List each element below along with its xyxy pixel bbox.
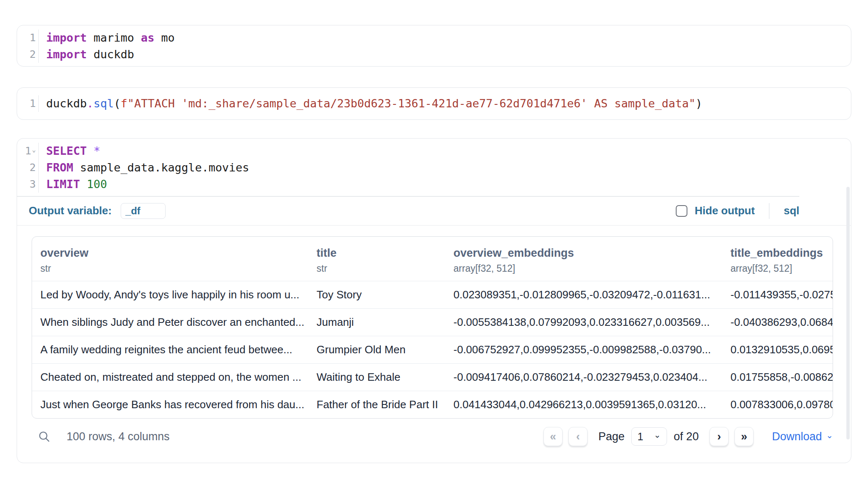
cell-title-embeddings: -0.040386293,0.068451 — [722, 316, 833, 329]
cell-overview-embeddings: 0.023089351,-0.012809965,-0.03209472,-0.… — [445, 288, 722, 301]
footer-summary: 100 rows, 4 columns — [32, 430, 170, 443]
code-line: LIMIT 100 — [46, 176, 851, 193]
cell-title: Jumanji — [308, 316, 445, 329]
dataframe-table: overview str title str overview_embeddin… — [32, 236, 833, 419]
cell-title: Waiting to Exhale — [308, 371, 445, 384]
code-editor[interactable]: 1 2 import marimo as mo import duckdb — [17, 25, 851, 66]
column-header-overview[interactable]: overview str — [32, 247, 308, 274]
code-token: ( — [114, 97, 121, 110]
code-line: duckdb.sql(f"ATTACH 'md:_share/sample_da… — [46, 95, 851, 112]
column-name: title_embeddings — [730, 247, 824, 260]
last-page-button[interactable]: » — [734, 427, 754, 446]
download-label: Download — [772, 430, 822, 443]
line-number-gutter: 1 2 — [17, 30, 39, 63]
cell-overview-embeddings: -0.006752927,0.099952355,-0.009982588,-0… — [445, 343, 722, 356]
page-label: Page — [598, 430, 625, 443]
table-row[interactable]: A family wedding reignites the ancient f… — [32, 336, 833, 363]
cell-overview: Just when George Banks has recovered fro… — [32, 398, 308, 411]
column-name: title — [317, 247, 437, 260]
cell-overview-embeddings: -0.0055384138,0.07992093,0.023316627,0.0… — [445, 316, 722, 329]
chevron-down-icon: ⌄ — [654, 430, 661, 440]
code-editor[interactable]: 1 duckdb.sql(f"ATTACH 'md:_share/sample_… — [17, 88, 851, 119]
keyword-token: LIMIT — [46, 178, 80, 191]
column-name: overview — [40, 247, 300, 260]
notebook-cell-imports: 1 2 import marimo as mo import duckdb — [17, 25, 851, 67]
cell-title: Toy Story — [308, 288, 445, 301]
fold-chevron-icon[interactable]: ⌄ — [32, 141, 36, 158]
cell-title: Father of the Bride Part II — [308, 398, 445, 411]
code-token — [87, 144, 94, 157]
code-content: SELECT * FROM sample_data.kaggle.movies … — [39, 143, 851, 193]
previous-page-button[interactable]: ‹ — [568, 427, 588, 446]
pagination-controls: « ‹ Page 1 ⌄ of 20 › » Download ⌄ — [538, 427, 833, 446]
line-number-gutter: 1⌄ 2 3 — [17, 143, 39, 193]
line-number-gutter: 1 — [17, 95, 39, 112]
line-number: 1 — [25, 143, 31, 159]
notebook-cell-sql: 1⌄ 2 3 SELECT * FROM sample_data.kaggle.… — [17, 138, 851, 463]
column-type: str — [317, 263, 437, 274]
line-number: 2 — [30, 159, 36, 176]
vertical-scrollbar[interactable] — [846, 187, 850, 439]
line-number: 3 — [30, 176, 36, 193]
table-row[interactable]: When siblings Judy and Peter discover an… — [32, 308, 833, 336]
language-badge[interactable]: sql — [784, 204, 799, 217]
code-token: mo — [154, 31, 175, 44]
code-token: duckdb — [46, 97, 87, 110]
code-token — [80, 178, 87, 191]
code-line: import marimo as mo — [46, 30, 851, 46]
hide-output-label: Hide output — [695, 204, 755, 217]
code-token: duckdb — [87, 48, 134, 61]
code-content: duckdb.sql(f"ATTACH 'md:_share/sample_da… — [39, 95, 851, 112]
cell-title-embeddings: 0.0132910535,0.069585 — [722, 343, 833, 356]
string-token: "ATTACH 'md:_share/sample_data/23b0d623-… — [127, 97, 695, 110]
cell-title-embeddings: 0.01755858,-0.0086286 — [722, 371, 833, 384]
cell-overview: A family wedding reignites the ancient f… — [32, 343, 308, 356]
keyword-token: FROM — [46, 161, 73, 174]
cell-title-embeddings: -0.011439355,-0.027525 — [722, 288, 833, 301]
first-page-button[interactable]: « — [543, 427, 563, 446]
column-type: array[f32, 512] — [454, 263, 714, 274]
column-type: array[f32, 512] — [730, 263, 824, 274]
cell-overview: Cheated on, mistreated and stepped on, t… — [32, 371, 308, 384]
keyword-token: import — [46, 48, 87, 61]
cell-overview-embeddings: -0.009417406,0.07860214,-0.023279453,0.0… — [445, 371, 722, 384]
column-header-title[interactable]: title str — [308, 247, 445, 274]
number-token: 100 — [87, 178, 107, 191]
keyword-token: SELECT — [46, 144, 87, 157]
function-token: sql — [94, 97, 114, 110]
cell-title-embeddings: 0.007833006,0.097801 — [722, 398, 833, 411]
code-token: . — [87, 97, 94, 110]
cell-overview: When siblings Judy and Peter discover an… — [32, 316, 308, 329]
cell-overview: Led by Woody, Andy's toys live happily i… — [32, 288, 308, 301]
page-select[interactable]: 1 ⌄ — [631, 427, 667, 446]
hide-output-toggle[interactable]: Hide output — [676, 204, 755, 217]
download-button[interactable]: Download ⌄ — [772, 430, 833, 443]
line-number: 1 — [30, 95, 36, 112]
code-content: import marimo as mo import duckdb — [39, 30, 851, 63]
code-line: import duckdb — [46, 46, 851, 63]
hide-output-checkbox[interactable] — [676, 205, 687, 217]
operator-token: * — [94, 144, 100, 157]
output-variable-input[interactable] — [121, 203, 166, 219]
table-row[interactable]: Led by Woody, Andy's toys live happily i… — [32, 281, 833, 308]
code-editor[interactable]: 1⌄ 2 3 SELECT * FROM sample_data.kaggle.… — [17, 139, 851, 196]
keyword-token: as — [141, 31, 155, 44]
next-page-button[interactable]: › — [709, 427, 729, 446]
line-number: 2 — [30, 46, 36, 63]
table-footer: 100 rows, 4 columns « ‹ Page 1 ⌄ of 20 ›… — [32, 419, 833, 463]
code-token: sample_data.kaggle.movies — [73, 161, 249, 174]
code-line: SELECT * — [46, 143, 851, 159]
code-token: marimo — [87, 31, 141, 44]
search-icon[interactable] — [37, 430, 51, 443]
page-select-value: 1 — [637, 431, 643, 443]
column-header-title-embeddings[interactable]: title_embeddings array[f32, 512] — [722, 247, 833, 274]
table-row[interactable]: Just when George Banks has recovered fro… — [32, 391, 833, 418]
sql-console-bar: Output variable: Hide output sql — [17, 197, 851, 225]
code-token: ) — [696, 97, 702, 110]
divider — [769, 203, 770, 219]
column-header-overview-embeddings[interactable]: overview_embeddings array[f32, 512] — [445, 247, 722, 274]
column-name: overview_embeddings — [454, 247, 714, 260]
page-total-label: of 20 — [674, 430, 699, 443]
table-row[interactable]: Cheated on, mistreated and stepped on, t… — [32, 363, 833, 391]
fstring-prefix-token: f — [121, 97, 127, 110]
